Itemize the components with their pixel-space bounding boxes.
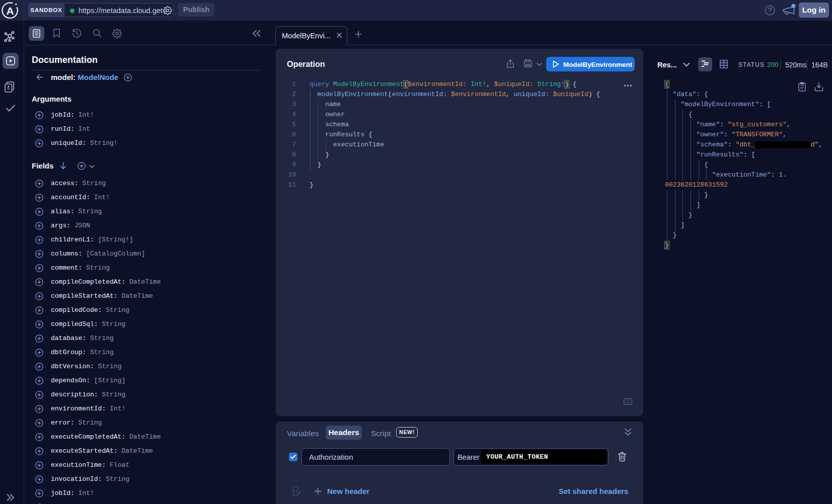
svg-text:A: A [6,5,14,17]
